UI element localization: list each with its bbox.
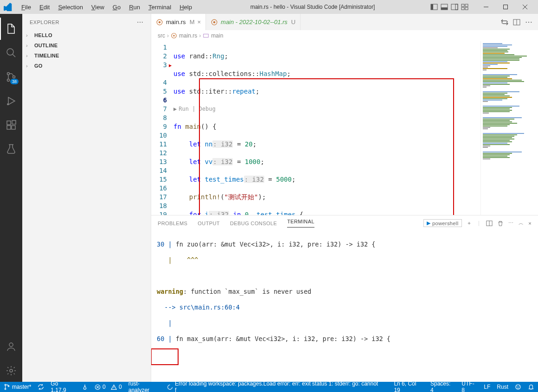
section-outline[interactable]: ›OUTLINE — [22, 40, 151, 51]
tab-timeline-file[interactable]: main - 2022-10-02--01.rs U — [206, 14, 301, 30]
layout-toggle-sidebar-right[interactable] — [450, 2, 459, 12]
search-icon[interactable] — [0, 42, 22, 64]
layout-toggle-sidebar-left[interactable] — [429, 2, 439, 12]
close-tab-icon[interactable]: × — [197, 19, 201, 25]
svg-point-34 — [173, 35, 175, 37]
svg-rect-23 — [12, 120, 16, 124]
run-debug-icon[interactable] — [0, 90, 22, 112]
menu-file[interactable]: File — [18, 2, 35, 13]
window-title: main.rs - hello - Visual Studio Code [Ad… — [198, 4, 428, 10]
svg-rect-21 — [7, 126, 11, 129]
status-go-analysis[interactable] — [82, 384, 88, 390]
svg-rect-6 — [461, 4, 464, 6]
svg-rect-3 — [441, 7, 448, 10]
status-problems[interactable]: 0 0 — [95, 384, 122, 390]
minimize-button[interactable] — [477, 0, 495, 14]
maximize-button[interactable] — [496, 0, 515, 14]
menu-view[interactable]: View — [88, 2, 108, 13]
svg-rect-8 — [461, 7, 464, 10]
line-gutter: 123▸ 45678910111213141516171819 — [151, 41, 173, 215]
sidebar-more-icon[interactable]: ⋯ — [137, 19, 144, 26]
source-control-icon[interactable]: 38 — [0, 66, 22, 88]
svg-rect-4 — [451, 4, 458, 10]
svg-rect-22 — [12, 126, 15, 129]
code-content[interactable]: use rand::Rng; use std::collections::Has… — [173, 41, 480, 215]
menu-bar: File Edit Selection View Go Run Terminal… — [18, 2, 196, 13]
compare-changes-icon[interactable] — [501, 19, 508, 26]
breadcrumb[interactable]: src› main.rs› main — [151, 30, 538, 41]
svg-point-19 — [7, 103, 9, 105]
status-loading[interactable]: Error loading workspace: packages.Load e… — [167, 380, 381, 392]
status-sync[interactable] — [38, 384, 44, 390]
status-go[interactable]: Go 1.17.9 — [51, 380, 75, 392]
svg-rect-11 — [504, 5, 508, 9]
svg-point-16 — [7, 73, 10, 75]
status-eol[interactable]: LF — [484, 384, 490, 390]
section-hello[interactable]: ›HELLO — [22, 30, 151, 40]
section-go[interactable]: ›GO — [22, 61, 151, 71]
svg-point-46 — [517, 386, 517, 386]
status-notifications-icon[interactable] — [528, 384, 534, 390]
accounts-icon[interactable] — [0, 335, 22, 358]
svg-point-30 — [213, 21, 216, 23]
menu-go[interactable]: Go — [109, 2, 124, 13]
sidebar-title: EXPLORER — [30, 19, 59, 25]
title-bar: File Edit Selection View Go Run Terminal… — [0, 0, 538, 14]
extensions-icon[interactable] — [0, 114, 22, 136]
testing-icon[interactable] — [0, 138, 22, 160]
terminal-shell-dropdown[interactable]: ▶powershell — [423, 219, 462, 227]
status-indent[interactable]: Spaces: 4 — [430, 380, 455, 392]
split-terminal-icon[interactable] — [486, 220, 493, 227]
panel-tab-debug-console[interactable]: DEBUG CONSOLE — [230, 221, 277, 226]
svg-point-38 — [5, 384, 6, 386]
kill-terminal-icon[interactable] — [497, 220, 504, 227]
status-bar: master* Go 1.17.9 0 0 rust-analyzer Erro… — [0, 382, 538, 392]
explorer-icon[interactable] — [0, 18, 22, 40]
code-editor[interactable]: 123▸ 45678910111213141516171819 use rand… — [151, 41, 538, 215]
panel-tab-output[interactable]: OUTPUT — [198, 221, 220, 226]
menu-selection[interactable]: Selection — [54, 2, 86, 13]
panel-tab-problems[interactable]: PROBLEMS — [158, 221, 187, 226]
editor-tabs: main.rs M × main - 2022-10-02--01.rs U ⋯ — [151, 14, 538, 30]
new-terminal-icon[interactable]: ＋ — [467, 220, 472, 227]
maximize-panel-icon[interactable]: ︿ — [519, 220, 524, 227]
status-branch[interactable]: master* — [4, 384, 31, 390]
svg-point-39 — [5, 388, 6, 390]
status-rust-analyzer[interactable]: rust-analyzer — [128, 380, 160, 392]
menu-terminal[interactable]: Terminal — [145, 2, 175, 13]
overview-ruler[interactable] — [532, 41, 538, 215]
minimap[interactable] — [480, 41, 532, 215]
tab-main-rs[interactable]: main.rs M × — [151, 14, 206, 30]
status-cursor-pos[interactable]: Ln 6, Col 19 — [394, 380, 424, 392]
svg-point-45 — [516, 385, 521, 390]
svg-point-28 — [159, 21, 161, 23]
svg-point-14 — [7, 49, 13, 55]
status-feedback-icon[interactable] — [515, 384, 521, 390]
rust-file-icon — [156, 19, 163, 26]
svg-rect-20 — [7, 121, 11, 125]
panel: PROBLEMS OUTPUT DEBUG CONSOLE TERMINAL ▶… — [151, 215, 538, 382]
section-timeline[interactable]: ›TIMELINE — [22, 51, 151, 61]
status-encoding[interactable]: UTF-8 — [461, 380, 477, 392]
more-actions-icon[interactable]: ⋯ — [525, 18, 532, 26]
layout-toggle-panel[interactable] — [440, 2, 449, 12]
menu-help[interactable]: Help — [176, 2, 196, 13]
svg-point-47 — [519, 386, 519, 386]
terminal-output[interactable]: 30 | fn zuo(arr: &mut Vec<i32>, i: i32, … — [151, 231, 538, 382]
status-language[interactable]: Rust — [497, 384, 508, 390]
close-button[interactable] — [516, 0, 534, 14]
svg-point-18 — [13, 76, 15, 78]
layout-customize[interactable] — [460, 2, 469, 12]
menu-run[interactable]: Run — [125, 2, 144, 13]
panel-tab-terminal[interactable]: TERMINAL — [287, 219, 314, 228]
menu-edit[interactable]: Edit — [36, 2, 53, 13]
panel-more-icon[interactable]: ⋯ — [508, 220, 513, 226]
svg-rect-9 — [465, 7, 468, 10]
settings-icon[interactable] — [0, 360, 22, 382]
code-lens-run-debug[interactable]: ▶Run | Debug — [173, 105, 480, 114]
svg-point-25 — [9, 343, 13, 347]
svg-point-17 — [7, 79, 10, 82]
split-editor-icon[interactable] — [513, 19, 520, 26]
close-panel-icon[interactable]: × — [528, 221, 532, 226]
terminal-highlight-box — [151, 348, 179, 365]
